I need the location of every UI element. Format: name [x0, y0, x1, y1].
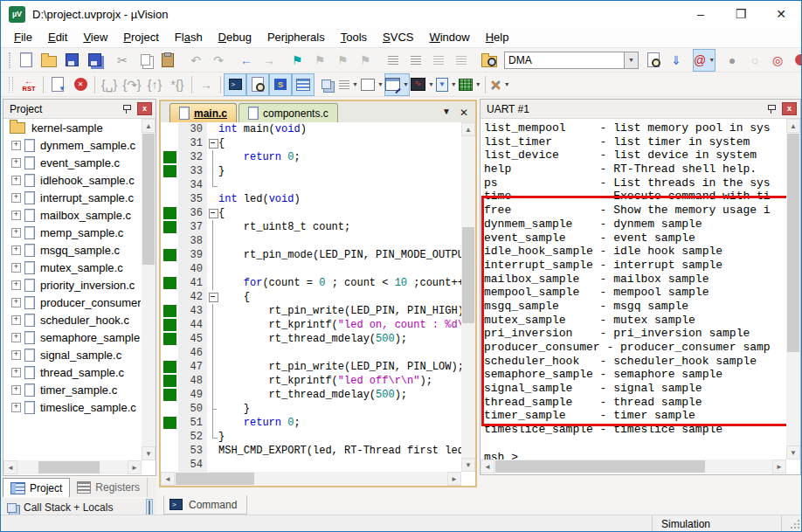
cut-button[interactable]: ✂ [111, 49, 134, 72]
scroll-down-arrow-icon[interactable]: ▼ [142, 446, 156, 460]
incremental-find-button[interactable]: ⇓ [665, 49, 688, 72]
uncomment-button[interactable] [450, 49, 473, 72]
watch-window-button[interactable]: ▼ [337, 73, 360, 96]
lookup-button[interactable]: @▼ [693, 49, 716, 72]
scroll-left-arrow-icon[interactable]: ◄ [481, 459, 494, 473]
scroll-right-arrow-icon[interactable]: ► [772, 459, 786, 473]
dropdown-arrow-icon[interactable]: ▼ [377, 81, 384, 87]
tree-item[interactable]: +timeslice_sample.c [4, 398, 141, 416]
scroll-thumb[interactable] [462, 227, 474, 323]
step-over-button[interactable]: {↷} [121, 73, 143, 96]
callstack-bar[interactable]: Call Stack + Locals [3, 499, 156, 516]
command-window-button[interactable]: > [224, 73, 246, 96]
dropdown-arrow-icon[interactable]: ▼ [428, 81, 434, 87]
editor-vscrollbar[interactable]: ▲ ▼ [461, 122, 475, 472]
expand-plus-icon[interactable]: + [11, 280, 21, 290]
menu-svcs[interactable]: SVCS [375, 28, 421, 46]
open-file-button[interactable] [38, 49, 60, 72]
save-button[interactable] [60, 49, 83, 72]
expand-plus-icon[interactable]: + [11, 403, 21, 412]
menu-flash[interactable]: Flash [167, 28, 211, 46]
uart-vscrollbar[interactable]: ▲ ▼ [786, 119, 800, 459]
redo-button[interactable]: ↷ [207, 49, 230, 72]
minimize-button[interactable]: – [681, 1, 721, 27]
bookmark-next-button[interactable]: ⚑ [308, 49, 331, 72]
copy-button[interactable] [134, 49, 156, 72]
new-file-button[interactable] [15, 49, 38, 72]
bookmark-toggle-button[interactable]: ⚑ [286, 49, 308, 72]
dropdown-arrow-icon[interactable]: ▼ [504, 81, 510, 87]
uart-hscrollbar[interactable]: ◄ ► [481, 459, 786, 473]
tree-item[interactable]: +msgq_sample.c [4, 241, 141, 259]
expand-plus-icon[interactable]: + [11, 315, 21, 325]
symbols-window-button[interactable]: S [269, 73, 292, 96]
breakpoint-enable-all-button[interactable]: ◎ [766, 49, 789, 72]
project-tree-hscrollbar[interactable]: ◄ ► [3, 460, 142, 474]
reset-cpu-button[interactable]: RST [17, 73, 40, 96]
expand-plus-icon[interactable]: + [11, 228, 21, 238]
tree-root-item[interactable]: kernel-sample [4, 119, 141, 136]
fold-collapse-icon[interactable] [209, 209, 218, 218]
menu-debug[interactable]: Debug [211, 28, 259, 46]
tab-registers[interactable]: Registers [70, 478, 148, 497]
scroll-down-arrow-icon[interactable]: ▼ [786, 446, 800, 459]
pin-icon[interactable] [122, 104, 131, 114]
menu-window[interactable]: Window [421, 28, 477, 46]
tree-item[interactable]: +mailbox_sample.c [4, 206, 141, 224]
expand-plus-icon[interactable]: + [11, 245, 21, 255]
pin-icon[interactable] [767, 104, 776, 114]
tree-item[interactable]: +thread_sample.c [4, 363, 141, 381]
editor-tab-components-c[interactable]: components.c [239, 103, 338, 122]
tree-item[interactable]: +mutex_sample.c [4, 259, 141, 276]
bookmark-prev-button[interactable]: ⚑ [331, 49, 354, 72]
dropdown-arrow-icon[interactable]: ▼ [352, 81, 358, 87]
breakpoint-disable-button[interactable]: ○ [743, 49, 766, 72]
fold-collapse-icon[interactable] [209, 293, 218, 302]
tree-item[interactable]: +interrupt_sample.c [4, 189, 141, 206]
toolbox-button[interactable]: ▼ [458, 73, 482, 96]
expand-plus-icon[interactable]: + [11, 385, 21, 395]
memory-window-button[interactable]: ▼ [360, 73, 384, 96]
close-button[interactable]: ✕ [761, 1, 801, 27]
undo-button[interactable]: ↶ [184, 49, 207, 72]
menu-help[interactable]: Help [478, 28, 517, 46]
code-editor[interactable]: 30int main(void)31{32 return 0;33}3435in… [161, 122, 461, 472]
menu-peripherals[interactable]: Peripherals [259, 28, 333, 46]
debug-tools-button[interactable]: ▼ [488, 73, 511, 96]
step-into-button[interactable]: {␣} [98, 73, 121, 96]
find-in-target-button[interactable] [642, 49, 665, 72]
editor-tab-main-c[interactable]: main.c [169, 103, 237, 122]
scroll-up-arrow-icon[interactable]: ▲ [786, 119, 800, 133]
paste-button[interactable] [156, 49, 179, 72]
find-in-files-button[interactable] [478, 49, 501, 72]
expand-plus-icon[interactable]: + [11, 141, 21, 150]
comment-button[interactable] [427, 49, 450, 72]
show-next-statement-button[interactable] [46, 73, 69, 96]
memory-windows-button[interactable] [146, 499, 153, 516]
registers-window-button[interactable] [292, 73, 315, 96]
tab-command[interactable]: > Command [163, 495, 247, 515]
scroll-thumb[interactable] [38, 461, 100, 473]
editor-hscrollbar[interactable]: ◄ ► [161, 472, 461, 486]
tree-item[interactable]: +dynmem_sample.c [4, 136, 141, 154]
project-tree-vscrollbar[interactable]: ▲ ▼ [142, 119, 156, 460]
go-button[interactable]: → [195, 73, 218, 96]
close-panel-icon[interactable]: x [782, 102, 797, 115]
resize-grip-icon[interactable] [789, 518, 801, 530]
menu-project[interactable]: Project [115, 28, 166, 46]
tree-item[interactable]: +memp_sample.c [4, 224, 141, 241]
fold-collapse-icon[interactable] [209, 139, 218, 149]
dropdown-arrow-icon[interactable]: ▼ [451, 81, 457, 87]
expand-plus-icon[interactable]: + [11, 298, 21, 307]
scroll-up-arrow-icon[interactable]: ▲ [461, 122, 475, 136]
scroll-up-arrow-icon[interactable]: ▲ [142, 119, 156, 133]
expand-plus-icon[interactable]: + [11, 333, 21, 342]
bookmark-clear-button[interactable]: ⚑ [354, 49, 377, 72]
menu-file[interactable]: File [6, 28, 40, 46]
serial-window-button[interactable]: ▼ [384, 73, 410, 96]
tab-list-icon[interactable]: ▼ [442, 107, 451, 119]
menu-view[interactable]: View [75, 28, 115, 46]
scroll-thumb[interactable] [787, 134, 799, 352]
expand-plus-icon[interactable]: + [11, 263, 21, 273]
expand-plus-icon[interactable]: + [11, 193, 21, 203]
